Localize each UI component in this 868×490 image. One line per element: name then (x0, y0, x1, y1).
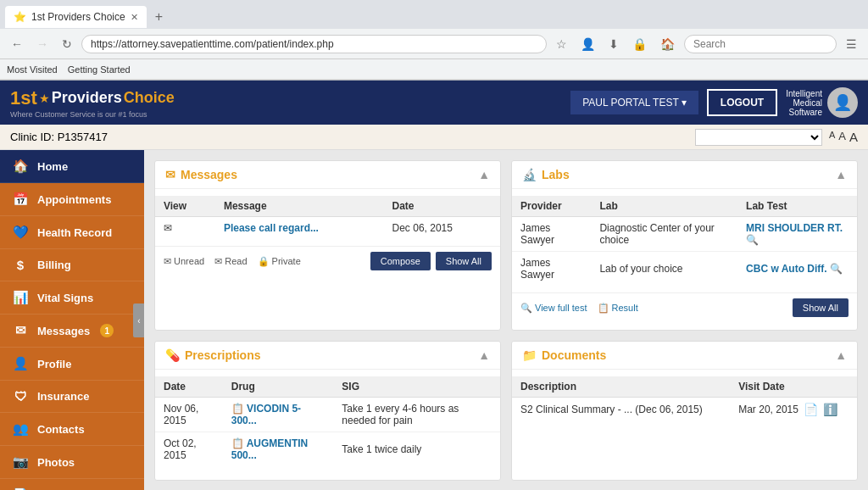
sidebar-item-facesheet[interactable]: 📄 Facesheet (0, 479, 144, 490)
labs-card: 🔬 Labs ▲ Provider Lab Lab Test (511, 160, 858, 331)
docs-row-1: S2 Clinical Summary - ... (Dec 06, 2015)… (512, 397, 857, 421)
read-filter[interactable]: ✉ Read (214, 256, 247, 267)
result-link[interactable]: 📋 Result (598, 303, 638, 314)
text-size-controls: A A A (829, 130, 858, 144)
ims-logo: Intelligent Medical Software 👤 (786, 87, 858, 118)
bookmark-getting-started[interactable]: Getting Started (68, 64, 131, 75)
messages-card-icon: ✉ (165, 168, 175, 181)
forward-button[interactable]: → (32, 36, 53, 53)
vital-signs-icon: 📊 (12, 290, 29, 305)
labs-row1-test[interactable]: MRI SHOULDER RT. 🔍 (737, 217, 857, 252)
messages-row-view: ✉ (155, 217, 215, 240)
labs-table: Provider Lab Lab Test James Sawyer Diagn… (512, 196, 857, 286)
labs-row-2: James Sawyer Lab of your choice CBC w Au… (512, 252, 857, 287)
unread-filter[interactable]: ✉ Unread (164, 256, 204, 267)
rx-row1-drug[interactable]: 📋 VICODIN 5-300... (223, 397, 334, 432)
labs-row-1: James Sawyer Diagnostic Center of your c… (512, 217, 857, 252)
logout-button[interactable]: LOGOUT (707, 89, 777, 116)
sidebar-label-photos: Photos (37, 456, 75, 469)
docs-row1-visit-date: Mar 20, 2015 📄 ℹ️ (730, 398, 857, 421)
view-full-test-link[interactable]: 🔍 View full test (520, 303, 587, 314)
clinic-id: Clinic ID: P1357417 (10, 131, 108, 143)
labs-card-icon: 🔬 (522, 168, 537, 181)
clinic-id-value: P1357417 (58, 131, 108, 143)
language-select[interactable] (695, 129, 822, 146)
messages-col-view: View (155, 196, 215, 217)
header-right: PAUL PORTAL TEST ▾ LOGOUT Intelligent Me… (570, 87, 858, 118)
documents-collapse-button[interactable]: ▲ (835, 348, 847, 362)
bookmark-button[interactable]: ☆ (552, 36, 571, 53)
content-area: ✉ Messages ▲ View Message Date (144, 150, 868, 490)
sidebar-item-health-record[interactable]: 💙 Health Record (0, 216, 144, 249)
messages-show-all-button[interactable]: Show All (436, 252, 492, 270)
sidebar-collapse-button[interactable]: ‹ (133, 303, 144, 337)
labs-row2-test[interactable]: CBC w Auto Diff. 🔍 (737, 252, 857, 287)
sidebar-label-vital-signs: Vital Signs (37, 292, 93, 304)
prescriptions-collapse-button[interactable]: ▲ (478, 348, 490, 362)
docs-row1-description: S2 Clinical Summary - ... (Dec 06, 2015) (512, 397, 730, 421)
text-size-large[interactable]: A (849, 130, 858, 144)
compose-button[interactable]: Compose (370, 252, 431, 270)
messages-icon: ✉ (12, 323, 29, 338)
rx-row1-sig: Take 1 every 4-6 hours as needed for pai… (333, 397, 500, 432)
documents-card-icon: 📁 (522, 348, 537, 362)
download-button[interactable]: ⬇ (604, 36, 623, 53)
labs-show-all-button[interactable]: Show All (793, 298, 849, 317)
browser-search-input[interactable] (684, 35, 837, 53)
sidebar-item-appointments[interactable]: 📅 Appointments (0, 183, 144, 216)
tab-close-btn[interactable]: ✕ (131, 12, 138, 23)
home-browser-button[interactable]: 🏠 (656, 36, 679, 53)
text-size-medium[interactable]: A (838, 130, 846, 144)
refresh-button[interactable]: ↻ (58, 36, 76, 53)
rx-col-sig: SIG (333, 376, 500, 398)
menu-button[interactable]: ☰ (842, 36, 861, 53)
sidebar-item-contacts[interactable]: 👥 Contacts (0, 413, 144, 446)
sidebar-item-vital-signs[interactable]: 📊 Vital Signs (0, 281, 144, 315)
messages-card-body: View Message Date ✉ Please call regard..… (155, 189, 500, 246)
tab-title: 1st Providers Choice (31, 11, 125, 23)
document-view-button[interactable]: 📄 (804, 403, 818, 416)
sidebar-item-home[interactable]: 🏠 Home (0, 150, 144, 183)
sidebar-item-messages[interactable]: ✉ Messages 1 (0, 315, 144, 348)
labs-collapse-button[interactable]: ▲ (835, 168, 847, 181)
browser-tab[interactable]: ⭐ 1st Providers Choice ✕ (5, 6, 147, 28)
text-size-small[interactable]: A (829, 130, 835, 144)
appointments-icon: 📅 (12, 192, 29, 207)
logo-tagline: Where Customer Service is our #1 focus (10, 110, 175, 119)
messages-row-message[interactable]: Please call regard... (215, 217, 384, 240)
security-button[interactable]: 🔒 (628, 36, 651, 53)
address-bar[interactable] (81, 35, 547, 53)
docs-col-visit-date: Visit Date (730, 376, 857, 398)
profile-icon: 👤 (12, 356, 29, 371)
document-info-button[interactable]: ℹ️ (823, 403, 837, 416)
user-account-button[interactable]: 👤 (576, 36, 599, 53)
labs-row1-lab: Diagnostic Center of your choice (591, 217, 737, 252)
ims-line2: Medical (786, 98, 822, 108)
sidebar-label-billing: Billing (37, 259, 71, 271)
rx-row1-date: Nov 06, 2015 (155, 397, 223, 432)
prescriptions-card-icon: 💊 (165, 348, 180, 362)
documents-card-header: 📁 Documents ▲ (512, 342, 857, 370)
clinic-bar: Clinic ID: P1357417 A A A (0, 125, 868, 150)
sidebar-item-profile[interactable]: 👤 Profile (0, 348, 144, 381)
prescriptions-card-title: 💊 Prescriptions (165, 348, 260, 362)
private-filter[interactable]: 🔒 Private (258, 256, 301, 267)
portal-test-button[interactable]: PAUL PORTAL TEST ▾ (570, 91, 698, 114)
sidebar-item-photos[interactable]: 📷 Photos (0, 446, 144, 479)
sidebar-label-insurance: Insurance (37, 390, 89, 403)
sidebar-item-billing[interactable]: $ Billing (0, 249, 144, 281)
messages-col-message: Message (215, 196, 384, 217)
messages-collapse-button[interactable]: ▲ (478, 168, 490, 181)
logo-providers: Providers (52, 89, 122, 107)
back-button[interactable]: ← (7, 36, 27, 53)
sidebar-item-insurance[interactable]: 🛡 Insurance (0, 381, 144, 413)
bookmark-most-visited[interactable]: Most Visited (7, 64, 58, 75)
messages-card-title: ✉ Messages (165, 168, 237, 181)
rx-row2-date: Oct 02, 2015 (155, 432, 223, 466)
rx-row2-drug[interactable]: 📋 AUGMENTIN 500... (223, 432, 334, 466)
ims-avatar: 👤 (827, 87, 858, 118)
clinic-id-label: Clinic ID: (10, 131, 54, 143)
labs-row1-provider: James Sawyer (512, 217, 591, 252)
labs-card-title: 🔬 Labs (522, 168, 570, 181)
new-tab-button[interactable]: + (150, 8, 168, 26)
